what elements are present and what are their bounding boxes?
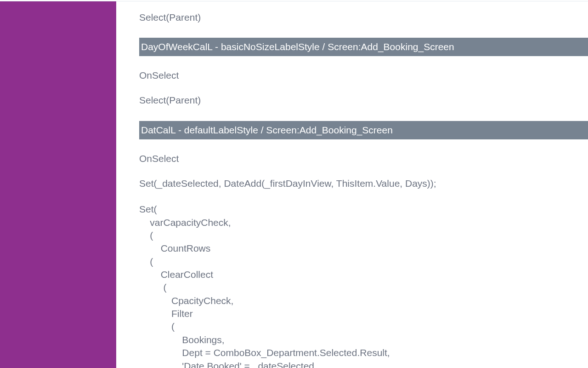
section-header-dayofweek: DayOfWeekCalL - basicNoSizeLabelStyle / … — [139, 38, 588, 56]
top-border — [0, 0, 588, 1]
content-gutter — [116, 0, 139, 368]
sidebar — [0, 0, 116, 368]
property-label-onselect-2: OnSelect — [139, 147, 588, 171]
code-block-preamble: Select(Parent) — [139, 5, 588, 30]
main-content: Select(Parent) DayOfWeekCalL - basicNoSi… — [139, 0, 588, 368]
section-header-datcal: DatCalL - defaultLabelStyle / Screen:Add… — [139, 121, 588, 139]
code-block-1: Select(Parent) — [139, 87, 588, 113]
property-label-onselect-1: OnSelect — [139, 63, 588, 87]
code-block-2: Set(_dateSelected, DateAdd(_firstDayInVi… — [139, 171, 588, 368]
